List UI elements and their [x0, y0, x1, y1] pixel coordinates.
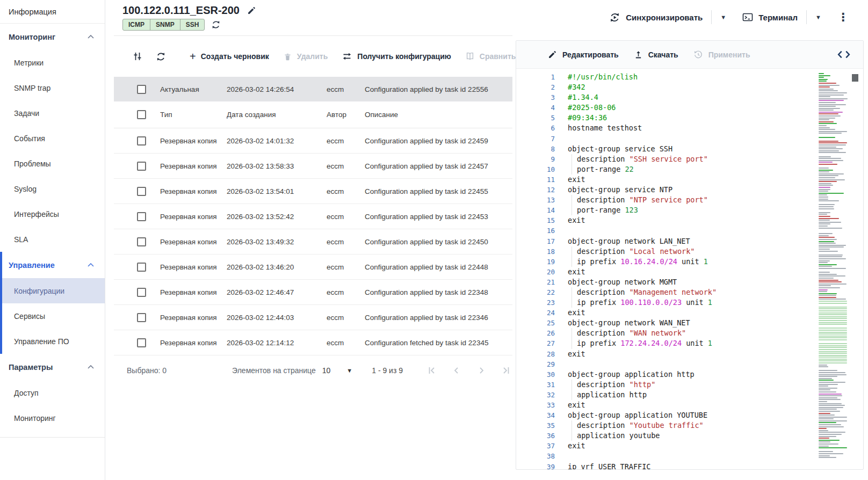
pencil-icon [548, 50, 557, 59]
sync-button[interactable]: Синхронизировать [609, 12, 703, 23]
edit-label: Редактировать [562, 50, 619, 59]
current-configuration-row[interactable]: Актуальная 2026-03-02 14:26:54 eccm Conf… [114, 77, 512, 101]
terminal-dropdown-caret-icon[interactable]: ▼ [815, 14, 821, 20]
compare-button: Сравнить [465, 52, 516, 61]
sidebar-item-interfaces[interactable]: Интерфейсы [0, 201, 105, 227]
configuration-editor-panel: Редактировать Скачать Применить 1#!/usr/… [516, 40, 864, 470]
editor-toolbar: Редактировать Скачать Применить [516, 41, 863, 69]
row-checkbox[interactable] [137, 85, 146, 94]
table-row[interactable]: Резервная копия 2026-03-02 13:49:32 eccm… [114, 229, 512, 254]
row-checkbox[interactable] [137, 263, 146, 272]
row-checkbox[interactable] [137, 288, 146, 297]
sidebar-item-metrics[interactable]: Метрики [0, 50, 105, 75]
editor-minimap[interactable] [818, 73, 850, 464]
table-row[interactable]: Резервная копия 2026-03-02 12:44:03 eccm… [114, 305, 512, 330]
row-checkbox[interactable] [137, 338, 146, 347]
sidebar-item-information[interactable]: Информация [0, 0, 105, 24]
current-date: 2026-03-02 14:26:54 [227, 85, 327, 93]
sidebar-item-sla[interactable]: SLA [0, 227, 105, 252]
sync-label: Синхронизировать [626, 13, 703, 22]
terminal-icon [742, 12, 753, 23]
column-header-author: Автор [327, 111, 365, 119]
apply-button: Применить [693, 50, 750, 60]
edit-button[interactable]: Редактировать [548, 50, 619, 59]
history-clock-icon [693, 50, 703, 60]
last-page-icon [501, 365, 511, 376]
table-row[interactable]: Резервная копия 2026-03-02 13:54:01 eccm… [114, 179, 512, 204]
per-page-select[interactable]: 10 [322, 366, 331, 375]
table-row[interactable]: Резервная копия 2026-03-02 13:58:33 eccm… [114, 154, 512, 179]
sidebar-item-problems[interactable]: Проблемы [0, 151, 105, 176]
sidebar-item-tasks[interactable]: Задачи [0, 100, 105, 126]
table-row[interactable]: Резервная копия 2026-03-02 13:46:20 eccm… [114, 254, 512, 280]
sidebar-item-software-management[interactable]: Управление ПО [2, 329, 105, 354]
row-checkbox[interactable] [137, 136, 146, 146]
divider [806, 10, 807, 24]
sidebar-item-access[interactable]: Доступ [0, 380, 105, 405]
sidebar-item-configurations[interactable]: Конфигурации [2, 278, 105, 303]
table-row[interactable]: Резервная копия 2026-03-02 12:14:12 eccm… [114, 330, 512, 355]
sidebar-section-parameters: Параметры Доступ Мониторинг [0, 354, 105, 431]
table-row[interactable]: Резервная копия 2026-03-02 12:46:47 eccm… [114, 280, 512, 305]
table-row[interactable]: Резервная копия 2026-03-02 14:01:32 eccm… [114, 128, 512, 154]
terminal-button[interactable]: Терминал [742, 12, 798, 23]
row-checkbox[interactable] [137, 237, 146, 246]
table-row[interactable]: Резервная копия 2026-03-02 13:52:42 eccm… [114, 204, 512, 229]
sidebar-section-monitoring-header[interactable]: Мониторинг [0, 24, 105, 50]
sidebar-item-monitoring-params[interactable]: Мониторинг [0, 405, 105, 431]
sidebar-section-parameters-header[interactable]: Параметры [0, 354, 105, 380]
row-checkbox[interactable] [137, 187, 146, 196]
filter-icon[interactable] [132, 51, 143, 62]
sidebar-section-management: Управление Конфигурации Сервисы Управлен… [0, 252, 105, 354]
edit-title-icon[interactable] [247, 6, 256, 15]
sidebar-section-management-header[interactable]: Управление [2, 252, 105, 278]
compare-label: Сравнить [480, 52, 516, 61]
sidebar-item-events[interactable]: События [0, 126, 105, 151]
row-checkbox[interactable] [137, 313, 146, 322]
chevron-up-icon [88, 35, 94, 39]
page-range: 1 - 9 из 9 [372, 366, 403, 375]
delete-label: Удалить [297, 52, 328, 61]
protocol-badges: ICMP SNMP SSH [122, 19, 205, 31]
sidebar: Информация Мониторинг Метрики SNMP trap … [0, 0, 105, 480]
arrow-up-from-line-icon [634, 50, 643, 59]
column-header-description: Описание [365, 111, 512, 119]
sidebar-section-monitoring: Мониторинг Метрики SNMP trap Задачи Собы… [0, 24, 105, 252]
code-view-toggle-icon[interactable] [837, 50, 850, 59]
sidebar-item-syslog[interactable]: Syslog [0, 176, 105, 201]
per-page-label: Элементов на странице [232, 366, 316, 375]
section-label: Управление [9, 261, 55, 270]
compare-book-icon [465, 52, 475, 61]
section-label: Параметры [9, 363, 53, 372]
device-header: 100.122.0.111_ESR-200 ICMP SNMP SSH Синх… [105, 0, 868, 35]
select-all-checkbox[interactable] [137, 110, 146, 119]
row-checkbox[interactable] [137, 212, 146, 221]
create-draft-button[interactable]: + Создать черновик [190, 50, 269, 63]
sidebar-item-snmp-trap[interactable]: SNMP trap [0, 75, 105, 100]
refresh-status-icon[interactable] [211, 20, 221, 30]
sync-dropdown-caret-icon[interactable]: ▼ [720, 14, 726, 20]
get-configuration-button[interactable]: Получить конфигурацию [342, 51, 451, 62]
row-checkbox[interactable] [137, 162, 146, 171]
delete-button: Удалить [283, 52, 328, 61]
plus-icon: + [190, 50, 196, 63]
current-description: Configuration applied by task id 22556 [365, 85, 512, 93]
apply-label: Применить [708, 50, 750, 59]
first-page-icon [426, 365, 437, 376]
configurations-panel: + Создать черновик Удалить Получить конф… [114, 35, 512, 384]
create-draft-label: Создать черновик [201, 52, 269, 61]
next-page-icon [476, 365, 487, 376]
badge-icmp: ICMP [123, 19, 150, 30]
code-viewer: 1#!/usr/bin/clish2#3423#1.34.44#2025-08-… [516, 69, 863, 469]
editor-scrollbar-thumb[interactable] [852, 74, 858, 82]
badge-ssh: SSH [180, 19, 205, 30]
kebab-menu-icon[interactable]: ⋮ [837, 11, 849, 24]
page-title: 100.122.0.111_ESR-200 [122, 4, 240, 17]
per-page-caret-icon[interactable]: ▼ [346, 367, 352, 374]
sync-icon [609, 12, 620, 23]
download-label: Скачать [648, 50, 678, 59]
section-label: Мониторинг [9, 33, 55, 41]
download-button[interactable]: Скачать [634, 50, 678, 59]
refresh-table-icon[interactable] [156, 52, 166, 62]
sidebar-item-services[interactable]: Сервисы [2, 303, 105, 329]
